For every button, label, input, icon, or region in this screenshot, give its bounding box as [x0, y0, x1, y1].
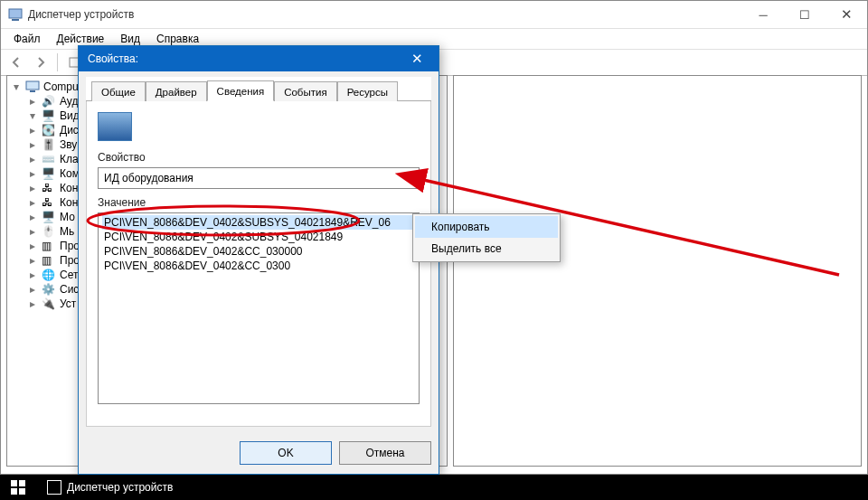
device-icon: 🖧	[42, 196, 56, 209]
device-icon: 🖱️	[42, 225, 56, 238]
device-icon: 💽	[42, 124, 56, 137]
context-menu[interactable]: Копировать Выделить все	[412, 213, 561, 262]
dialog-title: Свойства:	[88, 52, 138, 65]
property-dropdown[interactable]: ИД оборудования ▾	[98, 167, 420, 189]
tree-item-label: Ком	[60, 167, 80, 180]
tab-general[interactable]: Общие	[91, 81, 146, 101]
device-icon: 🖥️	[42, 211, 56, 223]
right-pane	[453, 75, 862, 467]
tree-item-label: Кла	[60, 153, 79, 165]
dialog-titlebar[interactable]: Свойства: ✕	[79, 46, 439, 71]
dialog-body: Свойство ИД оборудования ▾ Значение PCI\…	[86, 101, 431, 427]
tree-item-label: Про	[60, 240, 80, 252]
context-select-all[interactable]: Выделить все	[415, 238, 558, 259]
cancel-button[interactable]: Отмена	[339, 441, 431, 465]
value-list[interactable]: PCI\VEN_8086&DEV_0402&SUBSYS_04021849&RE…	[98, 212, 420, 404]
computer-icon	[25, 80, 40, 93]
tree-item-label: Сет	[60, 269, 78, 281]
ok-button[interactable]: OK	[240, 441, 332, 465]
tree-item-label: Мо	[60, 211, 75, 223]
app-icon	[8, 7, 23, 22]
properties-dialog[interactable]: Свойства: ✕ Общие Драйвер Сведения Событ…	[78, 45, 439, 475]
device-icon: ⚙️	[42, 283, 56, 296]
svg-rect-0	[9, 9, 22, 18]
chevron-right-icon[interactable]: ▸	[27, 167, 38, 180]
hardware-id-row[interactable]: PCI\VEN_8086&DEV_0402&CC_030000	[102, 244, 415, 259]
tree-item-label: Кон	[60, 182, 78, 194]
chevron-right-icon[interactable]: ▸	[27, 138, 38, 151]
svg-rect-5	[30, 90, 35, 92]
titlebar[interactable]: Диспетчер устройств ─ ☐ ✕	[1, 1, 867, 28]
tab-events[interactable]: События	[274, 81, 336, 101]
tree-item-label: Про	[60, 254, 80, 267]
minimize-button[interactable]: ─	[742, 1, 784, 28]
svg-rect-8	[19, 480, 25, 486]
svg-rect-9	[11, 488, 17, 495]
app-icon	[47, 480, 61, 495]
close-button[interactable]: ✕	[826, 1, 867, 28]
tree-item-label: Зву	[60, 138, 77, 151]
tree-item-label: Кон	[60, 196, 78, 209]
chevron-right-icon[interactable]: ▸	[27, 297, 38, 310]
device-icon: ▥	[42, 240, 56, 252]
property-label: Свойство	[98, 151, 420, 164]
device-icon: ⌨️	[42, 153, 56, 165]
tree-item-label: Уст	[60, 297, 76, 310]
svg-rect-10	[19, 488, 25, 495]
device-icon: 🌐	[42, 269, 56, 281]
tree-item-label: Ауд	[60, 95, 78, 108]
back-button[interactable]	[5, 51, 28, 74]
context-copy[interactable]: Копировать	[415, 216, 558, 238]
value-label: Значение	[98, 196, 420, 209]
device-icon: 🖥️	[42, 109, 56, 122]
chevron-down-icon[interactable]: ▾	[27, 109, 38, 122]
chevron-down-icon[interactable]: ▾	[11, 80, 22, 93]
hardware-id-row[interactable]: PCI\VEN_8086&DEV_0402&CC_0300	[102, 259, 415, 273]
device-icon: 🖥️	[42, 167, 56, 180]
tab-driver[interactable]: Драйвер	[146, 81, 207, 101]
device-icon: 🖧	[42, 182, 56, 194]
device-image	[98, 112, 132, 141]
hardware-id-row[interactable]: PCI\VEN_8086&DEV_0402&SUBSYS_04021849&RE…	[102, 215, 415, 230]
dialog-buttons: OK Отмена	[79, 434, 439, 474]
window-title: Диспетчер устройств	[28, 8, 134, 21]
chevron-right-icon[interactable]: ▸	[27, 124, 38, 137]
tree-item-label: Мь	[60, 225, 74, 238]
forward-button[interactable]	[29, 51, 52, 74]
tabs: Общие Драйвер Сведения События Ресурсы	[86, 77, 431, 101]
chevron-right-icon[interactable]: ▸	[27, 196, 38, 209]
chevron-down-icon: ▾	[408, 172, 413, 184]
start-button[interactable]	[0, 475, 36, 500]
chevron-right-icon[interactable]: ▸	[27, 211, 38, 223]
device-icon: 🔊	[42, 95, 56, 108]
device-icon: ▥	[42, 254, 56, 267]
device-icon: 🎚️	[42, 138, 56, 151]
property-selected-value: ИД оборудования	[104, 172, 193, 184]
taskbar-app[interactable]: Диспетчер устройств	[36, 475, 184, 500]
menu-file[interactable]: Файл	[6, 30, 48, 48]
hardware-id-row[interactable]: PCI\VEN_8086&DEV_0402&SUBSYS_04021849	[102, 230, 415, 244]
taskbar-app-label: Диспетчер устройств	[67, 481, 173, 494]
maximize-button[interactable]: ☐	[784, 1, 826, 28]
tab-resources[interactable]: Ресурсы	[337, 81, 398, 101]
svg-rect-7	[11, 480, 17, 486]
chevron-right-icon[interactable]: ▸	[27, 283, 38, 296]
chevron-right-icon[interactable]: ▸	[27, 225, 38, 238]
taskbar[interactable]: Диспетчер устройств	[0, 475, 868, 500]
chevron-right-icon[interactable]: ▸	[27, 254, 38, 267]
chevron-right-icon[interactable]: ▸	[27, 95, 38, 108]
chevron-right-icon[interactable]: ▸	[27, 153, 38, 165]
chevron-right-icon[interactable]: ▸	[27, 182, 38, 194]
tree-item-label: Дис	[60, 124, 79, 137]
svg-rect-1	[12, 19, 19, 21]
chevron-right-icon[interactable]: ▸	[27, 240, 38, 252]
tab-details[interactable]: Сведения	[207, 80, 275, 101]
chevron-right-icon[interactable]: ▸	[27, 269, 38, 281]
dialog-close-button[interactable]: ✕	[404, 46, 429, 71]
device-icon: 🔌	[42, 297, 56, 310]
svg-rect-4	[26, 81, 39, 90]
tree-item-label: Вид	[60, 109, 80, 122]
tree-root-label: Compu	[43, 80, 79, 93]
tree-item-label: Сис	[60, 283, 79, 296]
